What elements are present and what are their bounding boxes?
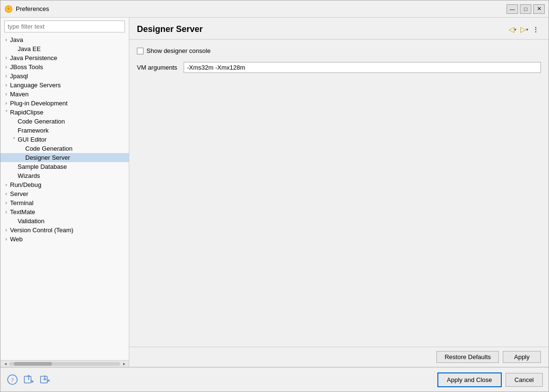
- label-jboss: JBoss Tools: [10, 63, 127, 71]
- tree-item-validation[interactable]: Validation: [0, 217, 129, 226]
- label-textmate: TextMate: [10, 208, 127, 216]
- window-title: Preferences: [16, 5, 49, 12]
- bottom-bar: ?: [0, 367, 549, 392]
- arrow-jboss: ›: [2, 64, 10, 70]
- restore-button[interactable]: □: [520, 4, 531, 14]
- forward-icon: ▷: [520, 25, 526, 34]
- show-console-label: Show designer console: [146, 47, 210, 54]
- app-icon: [4, 5, 13, 13]
- cancel-button[interactable]: Cancel: [506, 373, 543, 387]
- tree-item-run-debug[interactable]: › Run/Debug: [0, 180, 129, 189]
- tree-item-java-persistence[interactable]: › Java Persistence: [0, 53, 129, 62]
- arrow-language-servers: ›: [2, 83, 10, 88]
- apply-button[interactable]: Apply: [503, 351, 541, 363]
- minimize-button[interactable]: —: [507, 4, 518, 14]
- tree-item-jboss[interactable]: › JBoss Tools: [0, 62, 129, 72]
- arrow-maven: ›: [2, 92, 10, 97]
- label-run-debug: Run/Debug: [10, 181, 127, 188]
- tree-item-server[interactable]: › Server: [0, 189, 129, 198]
- label-version-control: Version Control (Team): [10, 227, 127, 234]
- tree-item-terminal[interactable]: › Terminal: [0, 198, 129, 207]
- import-preferences-button[interactable]: [39, 373, 51, 386]
- label-wizards: Wizards: [18, 172, 127, 179]
- arrow-java-persistence: ›: [2, 55, 10, 61]
- arrow-terminal: ›: [2, 200, 10, 206]
- label-java: Java: [10, 36, 127, 43]
- import-icon: [40, 374, 50, 385]
- vm-arguments-input[interactable]: [184, 62, 541, 73]
- bottom-right: Apply and Close Cancel: [437, 372, 543, 387]
- svg-rect-4: [24, 376, 31, 383]
- tree-item-framework[interactable]: Framework: [0, 126, 129, 135]
- tree-item-web[interactable]: › Web: [0, 235, 129, 244]
- more-button[interactable]: ⋮: [531, 24, 541, 35]
- tree-item-version-control[interactable]: › Version Control (Team): [0, 226, 129, 235]
- tree-item-textmate[interactable]: › TextMate: [0, 207, 129, 217]
- title-bar-controls: — □ ✕: [507, 4, 545, 14]
- arrow-java: ›: [2, 37, 10, 42]
- arrow-plugin-dev: ›: [2, 101, 10, 106]
- main-content: › Java Java EE › Java Persistence › JBos…: [0, 18, 549, 367]
- tree-item-language-servers[interactable]: › Language Servers: [0, 81, 129, 90]
- scroll-right-arrow[interactable]: ▸: [120, 361, 128, 367]
- tree-item-designer-server[interactable]: Designer Server: [0, 153, 129, 162]
- panel-toolbar: ◁ ▾ ▷ ▾ ⋮: [507, 23, 541, 35]
- arrow-rapidclipse: ˅: [2, 110, 10, 115]
- label-java-ee: Java EE: [10, 45, 127, 52]
- panel-title: Designer Server: [137, 24, 203, 34]
- label-language-servers: Language Servers: [10, 82, 127, 89]
- label-validation: Validation: [10, 217, 127, 225]
- help-button[interactable]: ?: [6, 373, 19, 386]
- forward-button[interactable]: ▷ ▾: [519, 23, 530, 35]
- apply-and-close-button[interactable]: Apply and Close: [437, 372, 502, 387]
- tree-item-maven[interactable]: › Maven: [0, 90, 129, 99]
- back-icon: ◁: [508, 25, 514, 34]
- tree-item-rapidclipse[interactable]: ˅ RapidClipse: [0, 108, 129, 117]
- tree-item-plugin-dev[interactable]: › Plug-in Development: [0, 99, 129, 108]
- arrow-jpasql: ›: [2, 73, 10, 79]
- label-code-gen-1: Code Generation: [18, 118, 127, 125]
- export-preferences-button[interactable]: [22, 373, 35, 386]
- tree-item-gui-editor[interactable]: ˅ GUI Editor: [0, 135, 129, 144]
- arrow-gui-editor: ˅: [10, 137, 18, 142]
- right-panel: Designer Server ◁ ▾ ▷ ▾ ⋮: [129, 18, 549, 367]
- arrow-server: ›: [2, 191, 10, 196]
- filter-input[interactable]: [4, 21, 125, 32]
- show-console-row: Show designer console: [137, 47, 541, 54]
- restore-defaults-button[interactable]: Restore Defaults: [436, 351, 499, 363]
- label-framework: Framework: [18, 127, 127, 134]
- tree-item-sample-db[interactable]: Sample Database: [0, 162, 129, 171]
- arrow-version-control: ›: [2, 227, 10, 233]
- label-code-gen-2: Code Generation: [25, 145, 127, 152]
- label-server: Server: [10, 190, 127, 197]
- export-icon: [23, 374, 34, 385]
- scroll-thumb[interactable]: [14, 362, 52, 366]
- forward-dropdown-icon: ▾: [526, 27, 528, 32]
- tree-item-code-gen-2[interactable]: Code Generation: [0, 144, 129, 153]
- show-console-checkbox[interactable]: [137, 48, 144, 54]
- panel-body: Show designer console VM arguments: [129, 40, 549, 347]
- panel-header: Designer Server ◁ ▾ ▷ ▾ ⋮: [129, 18, 549, 40]
- back-button[interactable]: ◁ ▾: [507, 23, 518, 35]
- tree-item-jpasql[interactable]: › Jpasql: [0, 72, 129, 81]
- close-button[interactable]: ✕: [533, 4, 545, 14]
- horizontal-scrollbar[interactable]: ◂ ▸: [0, 360, 129, 367]
- arrow-run-debug: ›: [2, 182, 10, 187]
- tree-item-java[interactable]: › Java: [0, 35, 129, 44]
- scroll-track: [9, 362, 120, 366]
- label-jpasql: Jpasql: [10, 72, 127, 80]
- label-designer-server: Designer Server: [25, 154, 127, 161]
- arrow-textmate: ›: [2, 209, 10, 215]
- tree-item-java-ee[interactable]: Java EE: [0, 44, 129, 53]
- help-icon: ?: [7, 374, 18, 385]
- scroll-left-arrow[interactable]: ◂: [1, 361, 9, 367]
- label-java-persistence: Java Persistence: [10, 54, 127, 62]
- label-maven: Maven: [10, 91, 127, 98]
- vm-arguments-label: VM arguments: [137, 64, 180, 71]
- svg-text:?: ?: [11, 376, 14, 383]
- label-web: Web: [10, 236, 127, 243]
- tree-item-wizards[interactable]: Wizards: [0, 171, 129, 180]
- tree-item-code-gen-1[interactable]: Code Generation: [0, 117, 129, 126]
- tree-container[interactable]: › Java Java EE › Java Persistence › JBos…: [0, 35, 129, 360]
- left-panel: › Java Java EE › Java Persistence › JBos…: [0, 18, 129, 367]
